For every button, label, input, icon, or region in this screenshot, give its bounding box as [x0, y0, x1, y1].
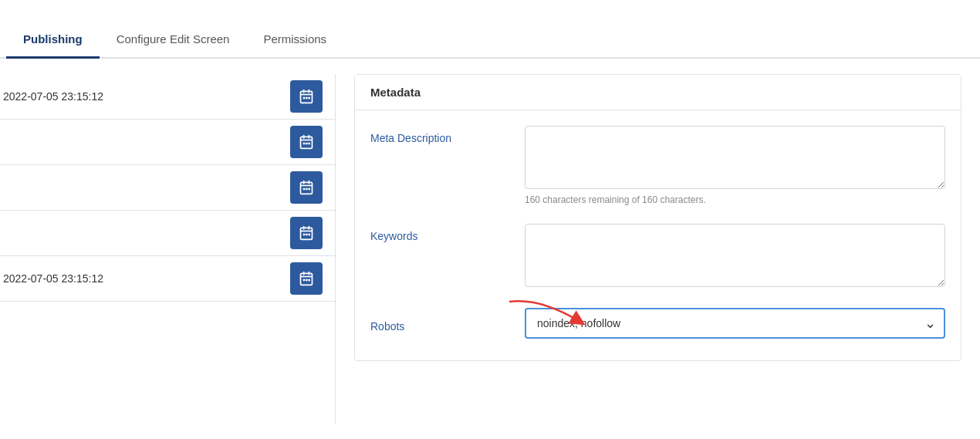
meta-description-label: Meta Description [370, 126, 525, 144]
calendar-icon-5 [299, 271, 314, 286]
keywords-row: Keywords [370, 224, 945, 289]
date-value-5: 2022-07-05 23:15:12 [3, 272, 290, 285]
robots-row: Robots noindex, nofollow index, follow n… [370, 308, 945, 339]
metadata-header: Metadata [355, 75, 961, 110]
metadata-body: Meta Description 160 characters remainin… [355, 110, 961, 360]
date-row-4 [0, 211, 335, 256]
tab-publishing[interactable]: Publishing [6, 22, 100, 59]
svg-rect-34 [309, 279, 311, 282]
svg-rect-6 [309, 97, 311, 99]
date-value-1: 2022-07-05 23:15:12 [3, 90, 290, 103]
main-content: 2022-07-05 23:15:12 [0, 59, 980, 439]
robots-select[interactable]: noindex, nofollow index, follow noindex,… [525, 308, 945, 339]
date-row-1: 2022-07-05 23:15:12 [0, 74, 335, 120]
svg-rect-0 [301, 91, 313, 103]
svg-rect-11 [303, 143, 306, 145]
calendar-icon-4 [299, 225, 314, 241]
robots-select-wrapper: noindex, nofollow index, follow noindex,… [525, 308, 945, 339]
calendar-icon-3 [299, 180, 314, 195]
svg-rect-25 [303, 234, 306, 236]
metadata-section: Metadata Meta Description 160 characters… [354, 74, 961, 361]
calendar-btn-2[interactable] [290, 126, 323, 158]
svg-rect-32 [303, 279, 306, 282]
calendar-btn-3[interactable] [290, 171, 323, 204]
svg-rect-27 [309, 234, 311, 236]
left-panel: 2022-07-05 23:15:12 [0, 74, 336, 424]
calendar-icon-2 [299, 134, 314, 150]
meta-description-wrapper: 160 characters remaining of 160 characte… [525, 126, 945, 205]
tab-permissions[interactable]: Permissions [246, 22, 343, 59]
svg-rect-7 [301, 137, 313, 148]
svg-rect-33 [306, 279, 308, 282]
tab-bar: Publishing Configure Edit Screen Permiss… [0, 0, 980, 59]
svg-rect-4 [303, 97, 306, 99]
page-wrapper: Publishing Configure Edit Screen Permiss… [0, 0, 980, 439]
right-panel: Metadata Meta Description 160 characters… [336, 74, 980, 424]
meta-description-input[interactable] [525, 126, 945, 189]
svg-rect-19 [306, 188, 308, 191]
robots-label: Robots [370, 314, 525, 333]
calendar-icon-1 [299, 89, 314, 104]
date-row-2 [0, 120, 335, 165]
svg-rect-14 [301, 182, 313, 194]
calendar-btn-1[interactable] [290, 80, 323, 113]
keywords-label: Keywords [370, 224, 525, 242]
meta-description-char-count: 160 characters remaining of 160 characte… [525, 194, 945, 205]
meta-description-row: Meta Description 160 characters remainin… [370, 126, 945, 205]
svg-rect-18 [303, 188, 306, 191]
svg-rect-5 [306, 97, 308, 99]
tab-configure-edit-screen[interactable]: Configure Edit Screen [100, 22, 247, 59]
date-row-3 [0, 165, 335, 211]
svg-rect-26 [306, 234, 308, 236]
keywords-wrapper [525, 224, 945, 289]
date-row-5: 2022-07-05 23:15:12 [0, 256, 335, 302]
svg-rect-12 [306, 143, 308, 145]
keywords-input[interactable] [525, 224, 945, 287]
svg-rect-13 [309, 143, 311, 145]
svg-rect-20 [309, 188, 311, 191]
calendar-btn-5[interactable] [290, 262, 323, 295]
calendar-btn-4[interactable] [290, 217, 323, 249]
